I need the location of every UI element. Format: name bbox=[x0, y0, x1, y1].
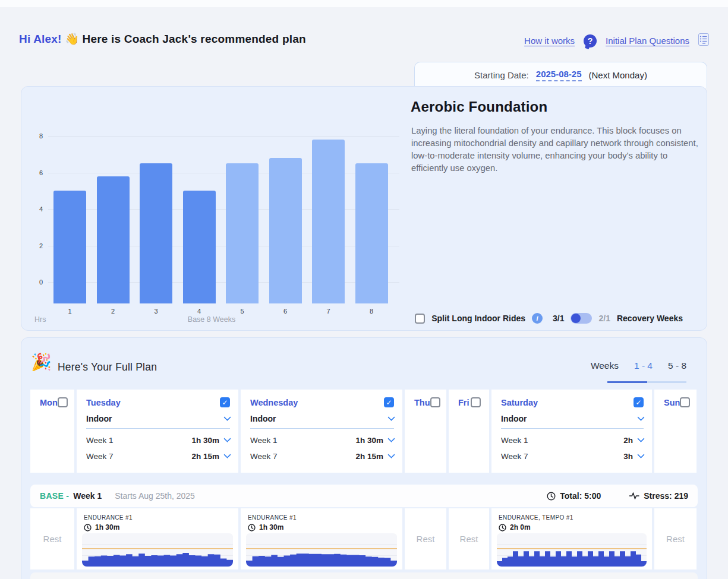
day-checkbox[interactable]: ✓ bbox=[384, 397, 394, 407]
workout-card-tuesday[interactable]: ENDURANCE #11h 30m bbox=[77, 508, 238, 569]
workout-duration: 1h 30m bbox=[77, 521, 238, 531]
day-column-wednesday: Wednesday✓IndoorWeek 11h 30mWeek 72h 15m bbox=[241, 390, 402, 473]
workout-profile-chart bbox=[497, 533, 647, 567]
ride-mode-value: Indoor bbox=[501, 414, 527, 423]
day-header: Mon bbox=[40, 397, 66, 407]
plan-controls: Split Long Indoor Rides i 3/1 2/1 Recove… bbox=[415, 313, 683, 324]
week7-label: Week 7 bbox=[250, 452, 278, 461]
week1-duration-value: 1h 30m bbox=[355, 436, 383, 445]
week-hours-bar[interactable] bbox=[183, 191, 216, 303]
week-hours-bar[interactable] bbox=[269, 158, 302, 303]
week7-duration-value: 2h 15m bbox=[355, 452, 383, 461]
weeks-tabs: Weeks 1 - 4 5 - 8 bbox=[591, 360, 686, 371]
workout-title: ENDURANCE #1 bbox=[241, 508, 402, 521]
workout-card-saturday[interactable]: ENDURANCE, TEMPO #12h 0m bbox=[491, 508, 652, 569]
chart-xlabel: Base 8 Weeks bbox=[167, 315, 256, 324]
chevron-down-icon[interactable] bbox=[637, 451, 645, 458]
rest-label: Rest bbox=[460, 534, 478, 544]
header-links: How it works ? Initial Plan Questions bbox=[524, 33, 709, 48]
chart-ytick: 4 bbox=[33, 205, 43, 213]
chevron-down-icon[interactable] bbox=[223, 451, 231, 458]
how-it-works-link[interactable]: How it works bbox=[524, 36, 575, 46]
starting-date-value[interactable]: 2025-08-25 bbox=[536, 69, 582, 81]
questions-list-icon[interactable] bbox=[698, 33, 709, 48]
info-icon[interactable]: i bbox=[532, 313, 543, 324]
chevron-down-icon[interactable] bbox=[637, 435, 645, 442]
chart-xtick: 2 bbox=[97, 308, 130, 315]
week1-duration-value: 1h 30m bbox=[191, 436, 219, 445]
day-checkbox[interactable] bbox=[471, 397, 481, 407]
split-long-rides-label: Split Long Indoor Rides bbox=[431, 314, 525, 323]
workout-duration: 2h 0m bbox=[491, 521, 652, 531]
chart-ytick: 2 bbox=[33, 242, 43, 249]
clock-icon bbox=[499, 524, 506, 531]
day-name: Mon bbox=[40, 398, 58, 407]
day-column-saturday: Saturday✓IndoorWeek 12hWeek 73h bbox=[491, 390, 652, 473]
tab-weeks-1-4[interactable]: 1 - 4 bbox=[634, 360, 653, 371]
day-checkbox[interactable]: ✓ bbox=[220, 397, 230, 407]
day-header: Wednesday✓ bbox=[250, 397, 394, 407]
ride-mode-select[interactable]: Indoor bbox=[250, 414, 394, 429]
chart-xtick: 8 bbox=[355, 308, 388, 315]
ride-mode-select[interactable]: Indoor bbox=[86, 414, 230, 429]
page-title-text: Here is Coach Jack's recommended plan bbox=[79, 33, 306, 45]
toggle-knob bbox=[571, 314, 581, 323]
chevron-down-icon[interactable] bbox=[387, 413, 395, 421]
rest-cell-thu: Rest bbox=[405, 508, 446, 569]
day-column-fri: Fri bbox=[449, 390, 489, 473]
week-hours-bar[interactable] bbox=[312, 140, 345, 303]
rest-cell-sun: Rest bbox=[654, 508, 697, 569]
week7-label: Week 7 bbox=[86, 452, 114, 461]
full-plan-panel: 🎉 Here's Your Full Plan Weeks 1 - 4 5 - … bbox=[21, 337, 707, 579]
week-hours-bar[interactable] bbox=[355, 163, 388, 303]
chevron-down-icon[interactable] bbox=[223, 435, 231, 442]
week-hours-bar[interactable] bbox=[140, 163, 172, 303]
starting-date-label: Starting Date: bbox=[474, 70, 529, 80]
chevron-down-icon[interactable] bbox=[387, 451, 395, 458]
split-long-rides-checkbox[interactable] bbox=[415, 314, 425, 324]
chart-ylabel: Hrs bbox=[34, 315, 46, 324]
day-column-thu: Thu bbox=[405, 390, 446, 473]
day-checkbox[interactable] bbox=[58, 397, 68, 407]
ratio-2-1-label: 2/1 bbox=[598, 314, 610, 323]
chevron-down-icon[interactable] bbox=[637, 413, 645, 421]
day-checkbox[interactable] bbox=[680, 397, 690, 407]
week1-label: Week 1 bbox=[250, 436, 278, 445]
week-hours-bar[interactable] bbox=[226, 163, 259, 303]
recovery-weeks-label: Recovery Weeks bbox=[617, 314, 683, 323]
workout-card-wednesday[interactable]: ENDURANCE #11h 30m bbox=[241, 508, 402, 569]
chart-ytick: 6 bbox=[33, 169, 43, 176]
day-header: Saturday✓ bbox=[501, 397, 644, 407]
day-column-tuesday: Tuesday✓IndoorWeek 11h 30mWeek 72h 15m bbox=[77, 390, 238, 473]
chevron-down-icon[interactable] bbox=[387, 435, 395, 442]
day-column-sun: Sun bbox=[654, 390, 697, 473]
week-start-date: Starts Aug 25th, 2025 bbox=[115, 491, 195, 501]
day-checkbox[interactable]: ✓ bbox=[634, 397, 644, 407]
stress-value: Stress: 219 bbox=[644, 491, 688, 501]
workout-profile-chart bbox=[82, 533, 233, 567]
week-1-workout-row: RestENDURANCE #11h 30mENDURANCE #11h 30m… bbox=[30, 508, 698, 569]
recovery-weeks-toggle[interactable] bbox=[571, 313, 592, 324]
starting-date-bar: Starting Date: 2025-08-25 (Next Monday) bbox=[414, 62, 707, 88]
week7-duration-row: Week 72h 15m bbox=[250, 452, 394, 461]
tab-weeks-5-8[interactable]: 5 - 8 bbox=[668, 360, 686, 371]
week1-duration-value: 2h bbox=[623, 436, 633, 445]
full-plan-title: Here's Your Full Plan bbox=[58, 361, 157, 374]
chevron-down-icon[interactable] bbox=[223, 413, 231, 421]
initial-plan-questions-link[interactable]: Initial Plan Questions bbox=[606, 36, 689, 46]
day-column-mon: Mon bbox=[30, 390, 74, 473]
chart-gridline bbox=[48, 173, 399, 173]
clock-icon bbox=[84, 524, 92, 531]
week-hours-bar[interactable] bbox=[53, 191, 86, 303]
chart-xtick: 5 bbox=[226, 308, 259, 315]
active-tab-underline bbox=[607, 381, 647, 383]
workout-title: ENDURANCE, TEMPO #1 bbox=[491, 508, 652, 521]
greeting-name: Hi Alex! bbox=[19, 33, 62, 45]
week-hours-bar[interactable] bbox=[97, 176, 130, 303]
total-time-stat: Total: 5:00 bbox=[547, 491, 601, 501]
ride-mode-select[interactable]: Indoor bbox=[501, 414, 644, 429]
week1-label: Week 1 bbox=[86, 436, 114, 445]
help-question-icon[interactable]: ? bbox=[584, 34, 597, 48]
day-checkbox[interactable] bbox=[430, 397, 440, 407]
day-header: Fri bbox=[458, 397, 481, 407]
